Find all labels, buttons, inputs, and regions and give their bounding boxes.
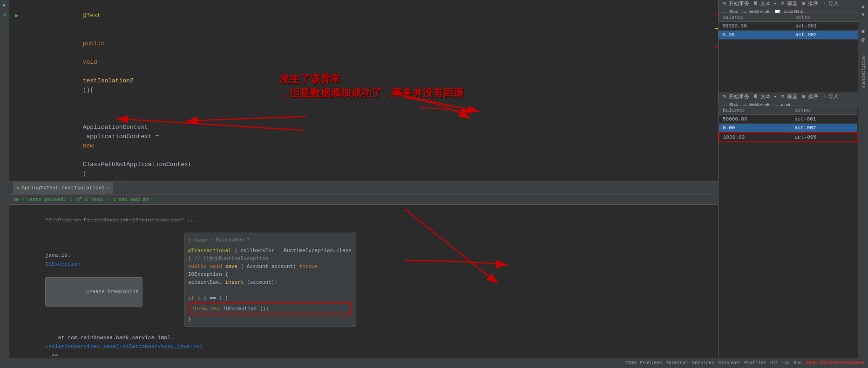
- console-output: "C:\Program Files\Java\jdk-17\bin\java.e…: [9, 205, 718, 368]
- db-btn-text-bottom[interactable]: Ⅲ 文本 ▾: [753, 93, 778, 100]
- code-editor: ▶ @Test public void: [9, 0, 718, 181]
- db-panel-top: ⊡ 开始事务 Ⅲ 文本 ▾ ▽ 筛选 ≡ 排序 ↑ 导入 ↓ 导出 ⊞ 数据生成…: [719, 0, 858, 93]
- code-popup: 1 usage ↑ RainbowSea * @Transactional ( …: [184, 233, 356, 327]
- db-col-actno-top: actno: [792, 13, 858, 22]
- right-panel: ⊡ 开始事务 Ⅲ 文本 ▾ ▽ 筛选 ≡ 排序 ↑ 导入 ↓ 导出 ⊞ 数据生成…: [718, 0, 858, 368]
- db-row-bottom-1[interactable]: 50000.00 act-001: [719, 115, 857, 124]
- test-result-bar: ≫ ✓ Tests passed: 1 of 1 test – 1 sec 80…: [9, 194, 718, 205]
- console-ioexception-line: java.io. IOException Create breakpoint: [13, 242, 714, 315]
- stack-link-1[interactable]: IsolationService2.save(IsolationService2…: [45, 343, 203, 349]
- db-toolbar-top: ⊡ 开始事务 Ⅲ 文本 ▾ ▽ 筛选 ≡ 排序 ↑ 导入 ↓ 导出 ⊞ 数据生成…: [719, 0, 858, 13]
- db-row-bottom-3[interactable]: 1000.00 act-005: [719, 133, 857, 142]
- test-result-text: Tests passed: 1 of 1 test – 1 sec 802 ms: [27, 197, 149, 202]
- warn-stripe-1: [715, 28, 718, 29]
- center-content: ▶ @Test public void: [9, 0, 718, 368]
- db-btn-filter-top[interactable]: ▽ 筛选: [780, 0, 799, 7]
- run-icon[interactable]: ▶: [15, 11, 18, 20]
- left-sidebar: ▶ ↺: [0, 0, 9, 368]
- popup-header: 1 usage ↑ RainbowSea *: [188, 236, 352, 245]
- main-container: ▶ ↺ ▶ @Test: [0, 0, 868, 368]
- popup-code: @Transactional ( rollbackFor = RuntimeEx…: [188, 247, 352, 323]
- db-btn-text-top[interactable]: Ⅲ 文本 ▾: [753, 0, 778, 7]
- notification-bar: ▲ ▼ ≡ ■ 🗑 Notifications: [858, 0, 868, 368]
- run-tab[interactable]: ▶ SpringTxTest.testIsolation2 ✕: [13, 182, 113, 194]
- db-col-actno-bottom: actno: [791, 106, 857, 115]
- code-line-1: ▶ @Test: [9, 2, 718, 30]
- db-btn-sort-top[interactable]: ≡ 排序: [800, 0, 820, 7]
- db-table-bottom: balance actno 50000.00 act-001 0.00 act-…: [719, 106, 858, 368]
- db-row-top-2[interactable]: 0.00 act-002: [719, 31, 858, 40]
- db-toolbar-bottom: ⊡ 开始事务 Ⅲ 文本 ▾ ▽ 筛选 ≡ 排序 ↑ 导入 ↓ 导出 ⊞ 数据生成…: [719, 93, 858, 106]
- sidebar-reload-icon[interactable]: ↺: [1, 11, 8, 19]
- breakpoint-popup[interactable]: Create breakpoint: [45, 277, 142, 307]
- tab-close[interactable]: ✕: [107, 185, 109, 191]
- error-stripe-1: [715, 14, 718, 15]
- bottom-status: TODO Problems Terminal Services Discover…: [9, 358, 718, 368]
- gutter-1: ▶: [13, 11, 20, 20]
- code-lines: ▶ @Test public void: [9, 0, 718, 181]
- console-path-line: "C:\Program Files\Java\jdk-17\bin\java.e…: [13, 207, 714, 233]
- db-btn-start-tx-bottom[interactable]: ⊡ 开始事务: [721, 93, 751, 100]
- db-btn-start-tx-top[interactable]: ⊡ 开始事务: [721, 0, 751, 7]
- code-line-2: public void testIsolation2 (){: [9, 30, 718, 104]
- tab-label: SpringTxTest.testIsolation2: [22, 185, 105, 191]
- stop-btn[interactable]: ■: [861, 29, 865, 34]
- db-btn-sort-bottom[interactable]: ≡ 排序: [800, 93, 820, 100]
- db-table-top: balance actno 50000.00 act-001 0.00 act-…: [719, 13, 858, 93]
- scroll-track[interactable]: [715, 0, 718, 181]
- db-col-balance-top: balance: [719, 13, 792, 22]
- db-panel-bottom: ⊡ 开始事务 Ⅲ 文本 ▾ ▽ 筛选 ≡ 排序 ↑ 导入 ↓ 导出 ⊞ 数据生成…: [719, 93, 858, 368]
- db-row-top-1[interactable]: 50000.00 act-001: [719, 22, 858, 31]
- console-tabs: ▶ SpringTxTest.testIsolation2 ✕: [9, 181, 718, 194]
- db-col-balance-bottom: balance: [719, 106, 791, 115]
- console-area: ▶ SpringTxTest.testIsolation2 ✕ ≫ ✓ Test…: [9, 181, 718, 368]
- scroll-up-btn[interactable]: ▲: [861, 4, 865, 9]
- error-stripe-2: [715, 47, 718, 48]
- code-line-3: ApplicationContext applicationContext = …: [9, 104, 718, 181]
- db-row-bottom-2[interactable]: 0.00 act-002: [719, 124, 857, 133]
- ioexception-link[interactable]: IOException: [45, 261, 81, 267]
- db-btn-import-top[interactable]: ↑ 导入: [821, 0, 841, 7]
- throw-box: throw new IOException ();: [188, 303, 352, 314]
- scroll-down-btn[interactable]: ▼: [861, 12, 865, 18]
- menu-btn[interactable]: ≡: [861, 20, 865, 26]
- db-btn-filter-bottom[interactable]: ▽ 筛选: [780, 93, 799, 100]
- db-btn-import-bottom[interactable]: ↑ 导入: [821, 93, 841, 100]
- sidebar-run-icon[interactable]: ▶: [1, 2, 8, 9]
- notification-label: Notifications: [861, 55, 866, 88]
- delete-btn[interactable]: 🗑: [861, 37, 866, 43]
